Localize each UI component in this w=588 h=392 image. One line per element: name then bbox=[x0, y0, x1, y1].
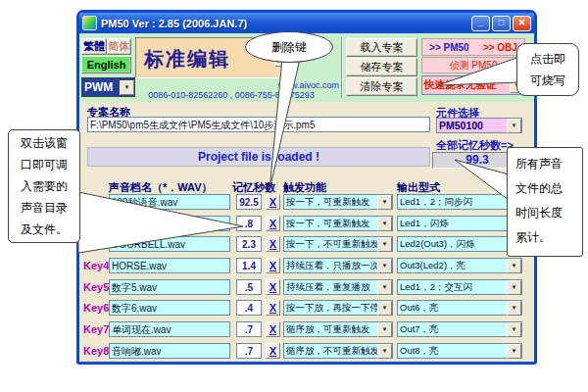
callout-double-click-to-load: 双击该窗 口即可调 入需要的 声音目录 及文件。 bbox=[8, 129, 80, 243]
chevron-down-icon[interactable]: ▼ bbox=[377, 217, 392, 231]
delete-button[interactable]: X bbox=[266, 236, 280, 252]
delete-button[interactable]: X bbox=[266, 343, 280, 359]
simplified-chinese-button[interactable]: 简体 bbox=[107, 38, 131, 55]
output-select[interactable]: Out3(Led2)，亮▼ bbox=[397, 258, 522, 273]
output-select[interactable]: Out6，亮▼ bbox=[397, 300, 522, 316]
trigger-value: 循序放，不可重新触发 bbox=[284, 345, 377, 358]
key-label: Key3 bbox=[83, 238, 109, 250]
pm50-window: PM50 Ver : 2.85 (2006.JAN.7) _ □ ✕ 繁體 简体… bbox=[76, 10, 537, 365]
wav-filename-field[interactable]: DOORBELL.wav bbox=[109, 236, 230, 252]
trigger-select[interactable]: 循序放，可重新触发▼ bbox=[283, 321, 393, 337]
memory-seconds-field[interactable]: .7 bbox=[236, 321, 262, 337]
wav-filename-field[interactable]: HORSE.wav bbox=[109, 258, 230, 273]
english-button[interactable]: English bbox=[81, 56, 131, 74]
chevron-down-icon[interactable]: ▼ bbox=[377, 280, 392, 295]
output-select[interactable]: Out8，亮▼ bbox=[397, 343, 522, 359]
trigger-value: 持续压着，重复播放 bbox=[284, 281, 377, 294]
key-label: Key2 bbox=[83, 218, 109, 229]
chevron-down-icon[interactable]: ▼ bbox=[507, 280, 521, 295]
output-value: Out8，亮 bbox=[398, 345, 507, 358]
total-seconds-label: 全部记忆秒数=> bbox=[436, 138, 514, 153]
output-value: Led2(Out3)，闪烁 bbox=[398, 238, 507, 251]
callout-click-to-burn: 点击即 可烧写 bbox=[516, 43, 579, 96]
load-project-button[interactable]: 载入专案 bbox=[346, 38, 417, 57]
memory-seconds-field[interactable]: 92.5 bbox=[236, 194, 262, 210]
save-project-button[interactable]: 储存专案 bbox=[346, 58, 417, 76]
wav-filename-field[interactable]: 100秒语音.wav bbox=[109, 194, 230, 210]
chevron-down-icon[interactable]: ▼ bbox=[377, 237, 392, 252]
project-path-field[interactable]: F:\PM50\pm5生成文件\PM5生成文件\10步演示.pm5 bbox=[87, 117, 430, 132]
trigger-select[interactable]: 持续压着，只播放一次▼ bbox=[283, 258, 393, 273]
trigger-select[interactable]: 按一下放，再按一下停▼ bbox=[283, 300, 393, 316]
memory-seconds-field[interactable]: .8 bbox=[236, 216, 262, 231]
window-controls: _ □ ✕ bbox=[471, 16, 531, 31]
app-icon bbox=[82, 16, 97, 30]
delete-button[interactable]: X bbox=[266, 300, 280, 316]
chevron-down-icon[interactable]: ▼ bbox=[507, 259, 521, 273]
chevron-down-icon[interactable]: ▼ bbox=[377, 195, 392, 210]
clear-project-button[interactable]: 清除专案 bbox=[346, 77, 417, 96]
chevron-down-icon[interactable]: ▼ bbox=[377, 344, 392, 359]
wav-filename-field[interactable] bbox=[109, 216, 230, 231]
chevron-down-icon[interactable]: ▼ bbox=[507, 119, 521, 133]
minimize-button[interactable]: _ bbox=[471, 16, 490, 31]
window-body: 繁體 简体 English PWM ▼ 标准编辑 ▼ www.aivoc.com… bbox=[79, 33, 534, 362]
to-pm50-button[interactable]: >> PM50 bbox=[429, 42, 469, 53]
trigger-select[interactable]: 循序放，不可重新触发▼ bbox=[283, 343, 393, 359]
chevron-down-icon[interactable]: ▼ bbox=[377, 259, 392, 273]
callout-total-time: 所有声音 文件的总 时间长度 累计。 bbox=[507, 147, 583, 257]
delete-button[interactable]: X bbox=[266, 216, 280, 231]
column-header-seconds: 记忆秒数 bbox=[232, 180, 275, 195]
delete-button[interactable]: X bbox=[266, 321, 280, 337]
wav-filename-field[interactable]: 数字6.wav bbox=[109, 300, 230, 316]
trigger-value: 按一下放，再按一下停 bbox=[284, 302, 377, 315]
website-link[interactable]: www.aivoc.com bbox=[135, 80, 339, 90]
to-obj-button[interactable]: >> OBJ bbox=[483, 42, 517, 53]
trigger-select[interactable]: 按一下，可重新触发▼ bbox=[283, 194, 393, 210]
table-row: Key4 HORSE.wav 1.4 X 持续压着，只播放一次▼ Out3(Le… bbox=[79, 258, 540, 273]
memory-seconds-field[interactable]: 1.4 bbox=[236, 258, 262, 273]
output-value: Led1，2；同步闪 bbox=[398, 196, 507, 209]
chevron-down-icon[interactable]: ▼ bbox=[507, 344, 521, 359]
trigger-value: 循序放，可重新触发 bbox=[284, 323, 377, 336]
traditional-chinese-button[interactable]: 繁體 bbox=[81, 38, 107, 55]
wav-filename-field[interactable]: 单词现在.wav bbox=[109, 321, 230, 337]
output-select[interactable]: Led1，闪烁▼ bbox=[397, 216, 522, 231]
table-row: Key6 数字6.wav .4 X 按一下放，再按一下停▼ Out6，亮▼ bbox=[79, 300, 540, 316]
table-row: Key7 单词现在.wav .7 X 循序放，可重新触发▼ Out7，亮▼ bbox=[79, 321, 540, 337]
chevron-down-icon[interactable]: ▼ bbox=[507, 322, 521, 337]
burn-mode-select[interactable]: 快速烧录无验证 ▼ bbox=[421, 75, 525, 95]
status-bar: Project file is loaded ! bbox=[87, 147, 430, 167]
chevron-down-icon[interactable]: ▼ bbox=[507, 301, 521, 316]
title-bar[interactable]: PM50 Ver : 2.85 (2006.JAN.7) _ □ ✕ bbox=[79, 13, 534, 33]
chevron-down-icon[interactable]: ▼ bbox=[377, 301, 392, 316]
key-label: Key6 bbox=[83, 302, 109, 314]
table-row: Key8 音响嘟.wav .7 X 循序放，不可重新触发▼ Out8，亮▼ bbox=[79, 343, 540, 359]
output-select[interactable]: Out7，亮▼ bbox=[397, 321, 522, 337]
trigger-select[interactable]: 按一下，不可重新触发▼ bbox=[283, 236, 393, 252]
close-button[interactable]: ✕ bbox=[513, 16, 531, 31]
delete-button[interactable]: X bbox=[266, 194, 280, 210]
trigger-select[interactable]: 按一下，可重新触发▼ bbox=[283, 216, 393, 231]
wav-filename-field[interactable]: 音响嘟.wav bbox=[109, 343, 230, 359]
trigger-value: 按一下，可重新触发 bbox=[284, 218, 377, 230]
output-value: Out6，亮 bbox=[398, 302, 507, 315]
delete-button[interactable]: X bbox=[266, 279, 280, 295]
trigger-value: 持续压着，只播放一次 bbox=[284, 260, 377, 272]
memory-seconds-field[interactable]: 2.3 bbox=[236, 236, 262, 252]
trigger-select[interactable]: 持续压着，重复播放▼ bbox=[283, 279, 393, 295]
wav-filename-field[interactable]: 数字5.wav bbox=[109, 279, 230, 295]
memory-seconds-field[interactable]: .4 bbox=[236, 300, 262, 316]
device-select[interactable]: PM50100 ▼ bbox=[436, 118, 522, 133]
memory-seconds-field[interactable]: .7 bbox=[236, 343, 262, 359]
chevron-down-icon[interactable]: ▼ bbox=[377, 322, 392, 337]
column-header-trigger: 触发功能 bbox=[283, 180, 326, 195]
delete-button[interactable]: X bbox=[266, 258, 280, 273]
key-label: Key5 bbox=[83, 281, 109, 293]
maximize-button[interactable]: □ bbox=[492, 16, 511, 31]
output-select[interactable]: Led1，2；同步闪▼ bbox=[397, 194, 522, 210]
output-select[interactable]: Led2(Out3)，闪烁▼ bbox=[397, 236, 522, 252]
output-select[interactable]: Led1，2；交互闪▼ bbox=[397, 279, 522, 295]
memory-seconds-field[interactable]: .5 bbox=[236, 279, 262, 295]
detect-pm50-button[interactable]: 侦测 PM50 bbox=[421, 57, 525, 74]
